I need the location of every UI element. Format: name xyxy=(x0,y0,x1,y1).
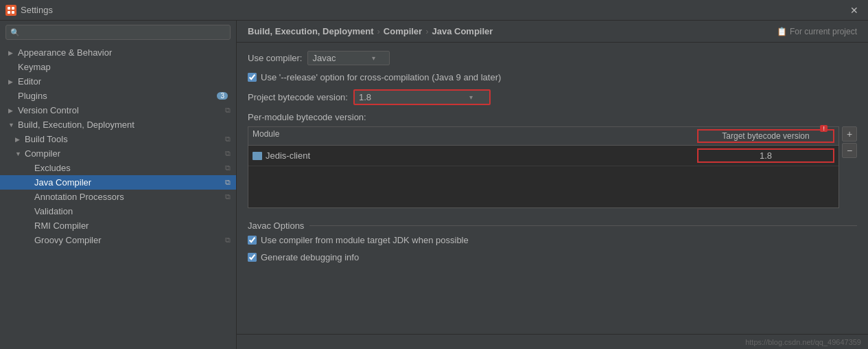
copy-icon: ⧉ xyxy=(225,135,231,144)
app-icon xyxy=(5,5,16,16)
module-table: Module ! Target bytecode version Jedis-c… xyxy=(248,126,839,208)
titlebar: Settings ✕ xyxy=(0,0,868,21)
col-target-header: ! Target bytecode version xyxy=(697,129,834,143)
sidebar-item-appearance[interactable]: ▶ Appearance & Behavior xyxy=(0,45,236,60)
copy-icon: ⧉ xyxy=(225,178,231,187)
sidebar-item-build-tools[interactable]: ▶ Build Tools ⧉ xyxy=(0,132,236,146)
main-content: 🔍 ▶ Appearance & Behavior Keymap ▶ Edito… xyxy=(0,21,868,349)
javac-option-2-label: Generate debugging info xyxy=(261,252,359,262)
sidebar-item-plugins[interactable]: Plugins 3 xyxy=(0,89,236,103)
cross-compile-row: Use '--release' option for cross-compila… xyxy=(248,72,857,82)
sidebar-item-label: Editor xyxy=(18,76,231,87)
copy-icon: ⧉ xyxy=(225,236,231,245)
add-module-button[interactable]: + xyxy=(842,126,857,142)
cross-compile-checkbox[interactable] xyxy=(248,73,257,82)
search-box[interactable]: 🔍 xyxy=(5,25,231,40)
module-name: Jedis-client xyxy=(266,150,310,161)
caret-icon: ▾ xyxy=(366,54,375,62)
search-icon: 🔍 xyxy=(10,28,20,37)
sidebar-item-label: Build Tools xyxy=(25,134,222,144)
table-row: Jedis-client 1.8 xyxy=(248,146,838,166)
bytecode-version-select[interactable]: 1.8 ▾ xyxy=(353,89,491,105)
expand-arrow-icon: ▶ xyxy=(8,107,15,114)
use-compiler-select[interactable]: Javac ▾ xyxy=(307,51,390,65)
col-module-header: Module xyxy=(253,129,697,143)
breadcrumb-sep-2: › xyxy=(425,26,428,36)
sidebar-item-label: Groovy Compiler xyxy=(34,235,222,245)
sidebar-item-label: Java Compiler xyxy=(34,177,222,188)
plugins-badge: 3 xyxy=(217,92,228,100)
javac-option-1-label: Use compiler from module target JDK when… xyxy=(261,235,469,245)
project-link-label: For current project xyxy=(790,27,857,36)
copy-icon: ⧉ xyxy=(225,149,231,158)
target-header-badge: ! xyxy=(820,125,828,132)
module-table-wrapper: Module ! Target bytecode version Jedis-c… xyxy=(248,126,839,215)
javac-option-2-checkbox[interactable] xyxy=(248,253,257,262)
javac-options-header: Javac Options xyxy=(248,221,857,231)
bytecode-label: Project bytecode version: xyxy=(248,92,348,102)
sidebar-item-groovy-compiler[interactable]: Groovy Compiler ⧉ xyxy=(0,233,236,247)
sidebar-item-label: Compiler xyxy=(25,148,222,159)
breadcrumb-part-3: Java Compiler xyxy=(432,26,493,36)
expand-arrow-icon: ▼ xyxy=(8,122,15,128)
javac-option-1-checkbox[interactable] xyxy=(248,236,257,245)
expand-arrow-icon: ▶ xyxy=(15,136,22,143)
expand-arrow-icon: ▶ xyxy=(8,78,15,85)
sidebar-item-version-control[interactable]: ▶ Version Control ⧉ xyxy=(0,103,236,117)
table-header: Module ! Target bytecode version xyxy=(248,127,838,146)
folder-icon xyxy=(253,152,262,160)
right-panel: Build, Execution, Deployment › Compiler … xyxy=(237,21,868,349)
sidebar-item-keymap[interactable]: Keymap xyxy=(0,60,236,74)
sidebar-item-editor[interactable]: ▶ Editor xyxy=(0,74,236,89)
sidebar-item-label: Version Control xyxy=(18,105,222,115)
sidebar-item-validation[interactable]: Validation xyxy=(0,204,236,218)
sidebar-item-build-execution[interactable]: ▼ Build, Execution, Deployment xyxy=(0,117,236,132)
use-compiler-row: Use compiler: Javac ▾ xyxy=(248,51,857,65)
svg-rect-1 xyxy=(12,7,14,10)
window-title: Settings xyxy=(21,5,846,15)
breadcrumb-part-2: Compiler xyxy=(384,26,422,36)
expand-arrow-icon: ▶ xyxy=(8,49,15,56)
caret-icon: ▾ xyxy=(464,93,473,101)
sidebar-item-rmi-compiler[interactable]: RMI Compiler xyxy=(0,218,236,233)
sidebar-item-label: Keymap xyxy=(18,62,231,72)
copy-icon: ⧉ xyxy=(225,192,231,201)
breadcrumb: Build, Execution, Deployment › Compiler … xyxy=(237,21,868,43)
nav-tree: ▶ Appearance & Behavior Keymap ▶ Editor … xyxy=(0,44,236,249)
settings-window: Settings ✕ 🔍 ▶ Appearance & Behavior Key… xyxy=(0,0,868,349)
bytecode-version-row: Project bytecode version: 1.8 ▾ xyxy=(248,89,857,105)
sidebar-item-java-compiler[interactable]: Java Compiler ⧉ xyxy=(0,175,236,190)
sidebar-item-label: Appearance & Behavior xyxy=(18,47,231,58)
panel-body: Use compiler: Javac ▾ Use '--release' op… xyxy=(237,43,868,334)
sidebar-item-label: Annotation Processors xyxy=(34,192,222,202)
close-button[interactable]: ✕ xyxy=(846,3,863,17)
sidebar-item-label: Validation xyxy=(34,206,231,216)
use-compiler-value: Javac xyxy=(312,53,336,63)
breadcrumb-sep-1: › xyxy=(377,26,379,36)
svg-rect-2 xyxy=(8,11,10,14)
bytecode-value: 1.8 xyxy=(359,92,371,102)
project-link[interactable]: 📋 For current project xyxy=(777,27,857,36)
remove-module-button[interactable]: − xyxy=(842,143,857,158)
sidebar-item-excludes[interactable]: Excludes ⧉ xyxy=(0,161,236,175)
module-name-cell: Jedis-client xyxy=(253,150,697,161)
cross-compile-label: Use '--release' option for cross-compila… xyxy=(261,72,501,82)
svg-rect-3 xyxy=(12,11,14,14)
javac-option-2-row: Generate debugging info xyxy=(248,252,857,262)
svg-rect-0 xyxy=(8,7,10,10)
use-compiler-label: Use compiler: xyxy=(248,53,302,63)
expand-arrow-icon: ▼ xyxy=(15,150,22,157)
sidebar-item-label: Plugins xyxy=(18,91,217,101)
project-icon: 📋 xyxy=(777,27,787,36)
table-actions: + − xyxy=(842,126,857,159)
sidebar-item-annotation-processors[interactable]: Annotation Processors ⧉ xyxy=(0,190,236,204)
module-table-container: Module ! Target bytecode version Jedis-c… xyxy=(248,126,857,215)
sidebar-item-label: Build, Execution, Deployment xyxy=(18,120,231,130)
javac-option-1-row: Use compiler from module target JDK when… xyxy=(248,235,857,245)
table-empty-space xyxy=(248,166,838,207)
sidebar: 🔍 ▶ Appearance & Behavior Keymap ▶ Edito… xyxy=(0,21,237,349)
sidebar-item-label: Excludes xyxy=(34,163,222,173)
search-input[interactable] xyxy=(23,27,226,37)
status-bar: https://blog.csdn.net/qq_49647359 xyxy=(237,334,868,349)
sidebar-item-compiler[interactable]: ▼ Compiler ⧉ xyxy=(0,146,236,161)
